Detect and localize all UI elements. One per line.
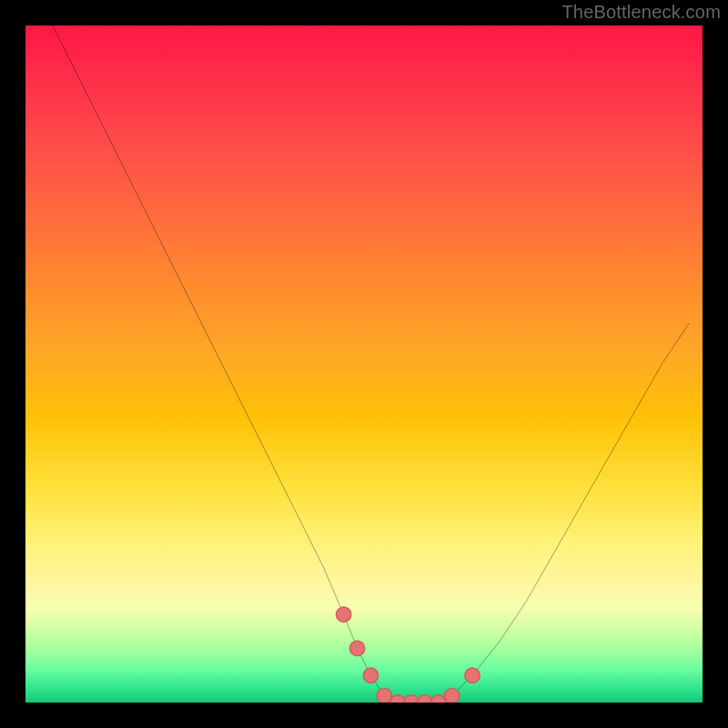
watermark-text: TheBottleneck.com <box>561 2 721 23</box>
curve-marker <box>465 668 480 682</box>
marker-group <box>336 607 480 703</box>
curve-group <box>53 25 689 703</box>
curve-marker <box>431 695 446 703</box>
curve-marker <box>349 641 364 655</box>
plot-area <box>25 25 703 703</box>
curve-svg <box>25 25 703 703</box>
curve-marker <box>404 695 419 703</box>
curve-marker <box>336 607 350 622</box>
curve-marker <box>377 688 391 703</box>
curve-marker <box>390 695 405 703</box>
curve-marker <box>418 695 432 703</box>
curve-marker <box>363 668 378 682</box>
curve-marker <box>445 688 460 703</box>
chart-frame: TheBottleneck.com <box>0 0 728 728</box>
bottleneck-curve <box>53 25 689 703</box>
